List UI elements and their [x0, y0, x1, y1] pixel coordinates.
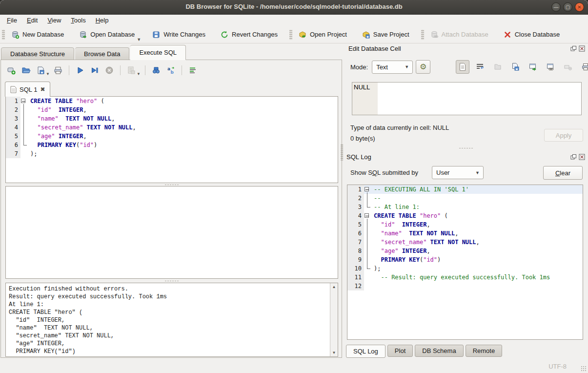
code-line: 11 -- Result: query executed successfull…	[347, 273, 583, 282]
auto-apply-settings-button[interactable]: ⚙	[416, 60, 430, 74]
code-line: 1CREATE TABLE "hero" (	[6, 97, 338, 105]
minimize-button[interactable]: —	[551, 2, 561, 12]
sql-doc-tab[interactable]: SQL 1 ✖	[5, 82, 50, 97]
find-replace-icon[interactable]: ab	[164, 64, 177, 77]
format-sql-icon[interactable]	[186, 64, 199, 77]
cell-size-info: 0 byte(s)	[350, 135, 375, 142]
clear-log-button[interactable]: Clear	[543, 166, 583, 180]
fold-marker-icon[interactable]	[20, 97, 27, 105]
float-dock-icon[interactable]	[570, 154, 577, 160]
close-sql-tab-icon[interactable]: ✖	[40, 86, 45, 93]
log-filter-combobox[interactable]: User ▼	[432, 166, 484, 179]
results-scrollbar[interactable]: ▲ ▼	[330, 283, 338, 356]
sql-log-controls: Show SQL submitted by User ▼ Clear	[350, 166, 583, 181]
save-results-dropdown: ▼	[137, 72, 141, 78]
close-button[interactable]: ✕	[575, 2, 584, 12]
menu-tools[interactable]: Tools	[66, 16, 90, 25]
save-sql-dropdown[interactable]: ▼	[46, 72, 50, 78]
resize-grip[interactable]	[581, 366, 587, 372]
menu-help[interactable]: Help	[91, 16, 114, 25]
results-splitter-handle[interactable]	[5, 279, 338, 282]
export-data-icon[interactable]	[508, 60, 522, 74]
app-window: DB Browser for SQLite - /home/user/code/…	[0, 0, 588, 373]
print-cell-icon[interactable]	[579, 60, 588, 74]
line-number: 3	[6, 114, 20, 123]
execute-sql-icon[interactable]	[74, 64, 86, 77]
menu-view[interactable]: View	[42, 16, 66, 25]
cell-value-editor[interactable]: NULL	[352, 82, 582, 115]
mode-combobox[interactable]: Text ▼	[372, 61, 413, 74]
line-number: 11	[347, 273, 364, 282]
fold-marker-icon[interactable]	[364, 211, 371, 220]
open-sql-file-icon[interactable]	[20, 64, 32, 77]
open-database-button[interactable]: Open Database	[75, 28, 139, 41]
chevron-down-icon: ▼	[472, 170, 483, 175]
code-line: 2 "id" INTEGER,	[6, 105, 338, 114]
sql-log-title: SQL Log	[346, 153, 371, 161]
sql-editor[interactable]: 1CREATE TABLE "hero" (2 "id" INTEGER,3 "…	[5, 96, 338, 183]
cell-mode-row: Mode: Text ▼ ⚙	[350, 60, 430, 74]
code-text: "name" TEXT NOT NULL,	[27, 114, 338, 123]
fold-marker-icon	[20, 105, 27, 114]
tab-plot[interactable]: Plot	[387, 345, 413, 357]
code-line: 6 "name" TEXT NOT NULL,	[347, 229, 583, 238]
code-text: "age" INTEGER,	[371, 247, 583, 255]
tab-sql-log[interactable]: SQL Log	[346, 345, 385, 358]
fold-marker-icon	[20, 132, 27, 141]
text-mode-icon[interactable]	[456, 60, 469, 74]
code-line: 5 "age" INTEGER,	[6, 132, 338, 141]
menubar: File Edit View Tools Help	[0, 15, 588, 26]
execute-current-line-icon[interactable]	[88, 64, 101, 77]
line-number: 1	[347, 185, 364, 194]
open-project-button[interactable]: Open Project	[294, 28, 351, 41]
scroll-down-icon[interactable]: ▼	[330, 349, 338, 356]
close-database-icon	[503, 30, 512, 39]
word-wrap-icon[interactable]	[473, 60, 487, 74]
close-dock-icon[interactable]	[579, 45, 585, 52]
fold-marker-icon[interactable]	[364, 185, 371, 194]
cell-value: NULL	[354, 83, 370, 91]
sql-document-icon	[10, 86, 17, 93]
tab-database-structure[interactable]: Database Structure	[1, 47, 74, 60]
set-null-icon	[561, 60, 575, 74]
revert-changes-button[interactable]: Revert Changes	[216, 28, 282, 41]
scroll-up-icon[interactable]: ▲	[330, 283, 338, 290]
dock-splitter-handle[interactable]	[341, 144, 343, 161]
find-icon[interactable]	[150, 64, 162, 77]
maximize-button[interactable]: ▢	[563, 2, 572, 12]
editor-toolbar-separator	[120, 65, 121, 75]
main-toolbar: New Database Open Database ▼ Write Chang…	[0, 26, 588, 43]
menu-edit[interactable]: Edit	[22, 16, 42, 25]
code-text	[371, 282, 583, 290]
save-sql-file-icon[interactable]	[34, 64, 47, 77]
cell-type-info: Type of data currently in cell: NULL	[350, 124, 449, 131]
tab-browse-data[interactable]: Browse Data	[75, 47, 129, 60]
titlebar: DB Browser for SQLite - /home/user/code/…	[0, 0, 588, 15]
gear-icon: ⚙	[420, 63, 426, 71]
save-project-button[interactable]: Save Project	[358, 28, 413, 41]
fold-marker-icon	[20, 141, 27, 149]
new-database-button[interactable]: New Database	[7, 28, 68, 41]
code-line: 12	[347, 282, 583, 290]
tab-remote[interactable]: Remote	[466, 345, 503, 357]
tab-db-schema[interactable]: DB Schema	[415, 345, 463, 357]
print-icon[interactable]	[52, 64, 64, 77]
close-dock-icon[interactable]	[579, 154, 585, 160]
write-changes-button[interactable]: Write Changes	[148, 28, 209, 41]
fold-marker-icon	[364, 238, 371, 247]
fold-marker-icon	[364, 194, 371, 203]
tab-execute-sql[interactable]: Execute SQL	[130, 45, 186, 60]
open-database-dropdown[interactable]: ▼	[137, 37, 141, 43]
open-in-window-icon[interactable]	[526, 60, 540, 74]
open-sql-tab-icon[interactable]	[5, 64, 18, 77]
dock-splitter-handle[interactable]	[344, 146, 588, 149]
code-text: CREATE TABLE "hero" (	[27, 97, 338, 105]
toolbar-handle[interactable]	[2, 29, 5, 40]
menu-file[interactable]: File	[2, 16, 22, 25]
float-dock-icon[interactable]	[570, 45, 577, 52]
sql-log-view[interactable]: 1-- EXECUTING ALL IN 'SQL 1'2--3-- At li…	[347, 185, 583, 340]
link-data-icon[interactable]	[544, 60, 557, 74]
code-text: PRIMARY KEY("id")	[371, 255, 583, 264]
code-text: "id" INTEGER,	[371, 220, 583, 229]
close-database-button[interactable]: Close Database	[499, 28, 564, 41]
